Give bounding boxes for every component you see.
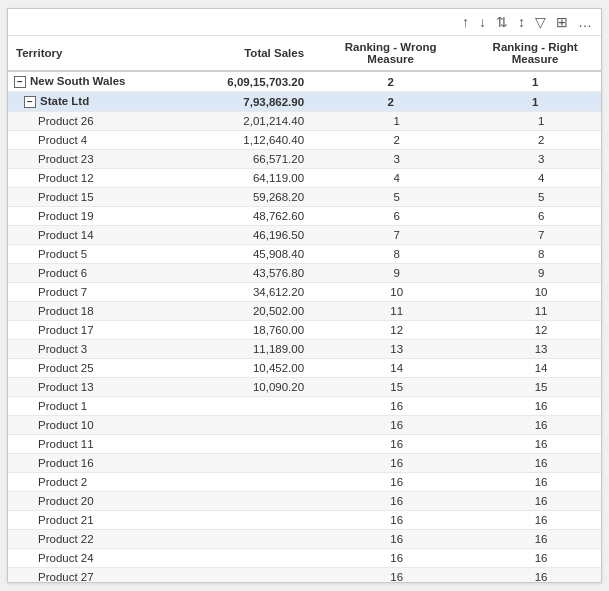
cell-right: 4	[469, 169, 601, 188]
cell-right: 5	[469, 188, 601, 207]
cell-territory: Product 4	[8, 131, 180, 150]
cell-wrong: 16	[312, 435, 469, 454]
header-row: Territory Total Sales Ranking - Wrong Me…	[8, 36, 601, 71]
cell-wrong: 3	[312, 150, 469, 169]
table-row: Product 201616	[8, 492, 601, 511]
cell-right: 16	[469, 549, 601, 568]
table-row: Product 211616	[8, 511, 601, 530]
cell-sales: 20,502.00	[180, 302, 312, 321]
cell-territory: Product 20	[8, 492, 180, 511]
table-row: Product 2510,452.001414	[8, 359, 601, 378]
cell-wrong: 4	[312, 169, 469, 188]
table-row: −New South Wales6,09,15,703.2021	[8, 71, 601, 92]
cell-territory: Product 14	[8, 226, 180, 245]
expand-icon[interactable]: ⊞	[553, 12, 571, 32]
cell-sales	[180, 530, 312, 549]
cell-sales: 43,576.80	[180, 264, 312, 283]
table-row: Product 1264,119.0044	[8, 169, 601, 188]
cell-right: 7	[469, 226, 601, 245]
cell-right: 1	[469, 112, 601, 131]
col-total-sales[interactable]: Total Sales	[180, 36, 312, 71]
cell-sales	[180, 549, 312, 568]
cell-right: 16	[469, 568, 601, 583]
main-panel: ↑ ↓ ⇅ ↕ ▽ ⊞ … Territory Total Sales Rank…	[7, 8, 602, 583]
cell-right: 16	[469, 530, 601, 549]
table-row: Product 21616	[8, 473, 601, 492]
more-icon[interactable]: …	[575, 12, 595, 32]
cell-sales: 10,090.20	[180, 378, 312, 397]
sort-asc-icon[interactable]: ↑	[459, 12, 472, 32]
cell-sales: 2,01,214.40	[180, 112, 312, 131]
cell-sales: 18,760.00	[180, 321, 312, 340]
cell-wrong: 15	[312, 378, 469, 397]
cell-right: 16	[469, 511, 601, 530]
cell-sales: 59,268.20	[180, 188, 312, 207]
cell-wrong: 8	[312, 245, 469, 264]
cell-right: 9	[469, 264, 601, 283]
cell-sales	[180, 473, 312, 492]
col-wrong-measure[interactable]: Ranking - Wrong Measure	[312, 36, 469, 71]
cell-right: 2	[469, 131, 601, 150]
col-right-measure[interactable]: Ranking - Right Measure	[469, 36, 601, 71]
cell-territory: Product 10	[8, 416, 180, 435]
cell-wrong: 10	[312, 283, 469, 302]
cell-sales	[180, 454, 312, 473]
table-row: Product 161616	[8, 454, 601, 473]
cell-territory: Product 19	[8, 207, 180, 226]
cell-sales: 34,612.20	[180, 283, 312, 302]
table-row: Product 271616	[8, 568, 601, 583]
cell-wrong: 6	[312, 207, 469, 226]
cell-territory: −State Ltd	[8, 92, 180, 112]
cell-right: 1	[469, 92, 601, 112]
table-container[interactable]: Territory Total Sales Ranking - Wrong Me…	[8, 36, 601, 582]
cell-territory: Product 2	[8, 473, 180, 492]
col-territory[interactable]: Territory	[8, 36, 180, 71]
table-row: Product 1310,090.201515	[8, 378, 601, 397]
cell-wrong: 14	[312, 359, 469, 378]
cell-wrong: 16	[312, 492, 469, 511]
cell-wrong: 16	[312, 549, 469, 568]
data-table: Territory Total Sales Ranking - Wrong Me…	[8, 36, 601, 582]
filter-icon[interactable]: ▽	[532, 12, 549, 32]
sort-multi-icon[interactable]: ↕	[515, 12, 528, 32]
cell-sales	[180, 397, 312, 416]
cell-sales	[180, 492, 312, 511]
cell-territory: Product 1	[8, 397, 180, 416]
sort-desc-icon[interactable]: ↓	[476, 12, 489, 32]
cell-sales: 10,452.00	[180, 359, 312, 378]
table-row: Product 2366,571.2033	[8, 150, 601, 169]
table-row: Product 1559,268.2055	[8, 188, 601, 207]
cell-sales: 46,196.50	[180, 226, 312, 245]
cell-territory: Product 26	[8, 112, 180, 131]
cell-right: 16	[469, 454, 601, 473]
table-row: Product 1820,502.001111	[8, 302, 601, 321]
cell-wrong: 16	[312, 473, 469, 492]
sort-both-icon[interactable]: ⇅	[493, 12, 511, 32]
cell-wrong: 2	[312, 71, 469, 92]
table-row: Product 1446,196.5077	[8, 226, 601, 245]
table-row: Product 262,01,214.4011	[8, 112, 601, 131]
cell-territory: Product 6	[8, 264, 180, 283]
cell-wrong: 9	[312, 264, 469, 283]
cell-sales: 11,189.00	[180, 340, 312, 359]
cell-wrong: 7	[312, 226, 469, 245]
cell-sales	[180, 568, 312, 583]
cell-right: 11	[469, 302, 601, 321]
cell-right: 8	[469, 245, 601, 264]
cell-right: 16	[469, 416, 601, 435]
table-row: Product 11616	[8, 397, 601, 416]
table-row: Product 241616	[8, 549, 601, 568]
cell-right: 12	[469, 321, 601, 340]
expand-state-icon[interactable]: −	[24, 96, 36, 108]
cell-territory: Product 24	[8, 549, 180, 568]
cell-wrong: 1	[312, 112, 469, 131]
cell-territory: Product 3	[8, 340, 180, 359]
cell-sales	[180, 511, 312, 530]
expand-nsw-icon[interactable]: −	[14, 76, 26, 88]
cell-right: 16	[469, 473, 601, 492]
cell-right: 3	[469, 150, 601, 169]
table-row: Product 545,908.4088	[8, 245, 601, 264]
cell-right: 16	[469, 492, 601, 511]
cell-right: 16	[469, 435, 601, 454]
table-row: Product 643,576.8099	[8, 264, 601, 283]
